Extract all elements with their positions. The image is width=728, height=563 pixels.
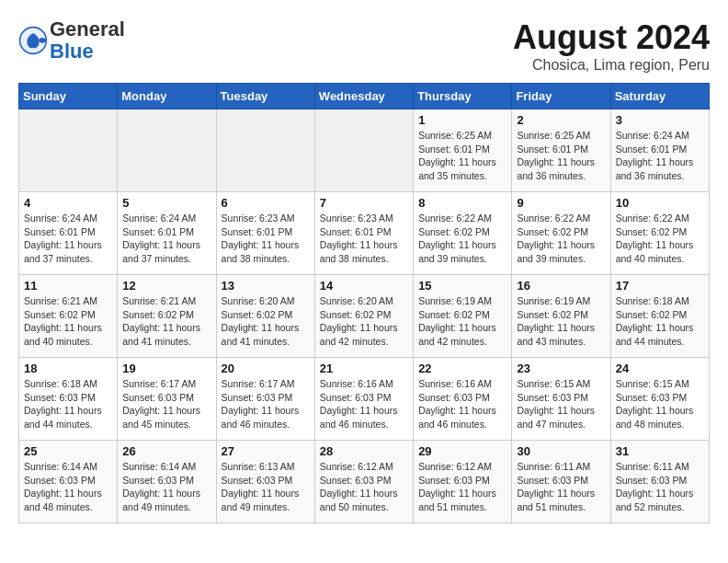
calendar-cell: 19Sunrise: 6:17 AMSunset: 6:03 PMDayligh… <box>118 358 216 441</box>
cell-info: Sunrise: 6:16 AMSunset: 6:03 PMDaylight:… <box>320 377 408 431</box>
day-number: 21 <box>320 362 408 375</box>
calendar-cell: 22Sunrise: 6:16 AMSunset: 6:03 PMDayligh… <box>414 358 512 441</box>
calendar-cell: 20Sunrise: 6:17 AMSunset: 6:03 PMDayligh… <box>216 358 314 441</box>
cell-info: Sunrise: 6:20 AMSunset: 6:02 PMDaylight:… <box>222 294 310 349</box>
calendar-cell: 27Sunrise: 6:13 AMSunset: 6:03 PMDayligh… <box>216 441 314 523</box>
cell-info: Sunrise: 6:22 AMSunset: 6:02 PMDaylight:… <box>616 212 704 266</box>
calendar-cell: 11Sunrise: 6:21 AMSunset: 6:02 PMDayligh… <box>19 275 118 358</box>
logo-blue: Blue <box>50 40 125 63</box>
calendar-cell: 23Sunrise: 6:15 AMSunset: 6:03 PMDayligh… <box>512 358 610 441</box>
cell-info: Sunrise: 6:18 AMSunset: 6:03 PMDaylight:… <box>24 377 112 431</box>
calendar-cell <box>216 109 314 192</box>
calendar-cell: 28Sunrise: 6:12 AMSunset: 6:03 PMDayligh… <box>314 441 413 523</box>
day-number: 26 <box>122 444 210 458</box>
cell-info: Sunrise: 6:23 AMSunset: 6:01 PMDaylight:… <box>222 212 310 266</box>
cell-info: Sunrise: 6:16 AMSunset: 6:03 PMDaylight:… <box>418 377 506 431</box>
cell-info: Sunrise: 6:17 AMSunset: 6:03 PMDaylight:… <box>122 377 210 431</box>
calendar-cell: 14Sunrise: 6:20 AMSunset: 6:02 PMDayligh… <box>314 275 413 358</box>
cell-info: Sunrise: 6:21 AMSunset: 6:02 PMDaylight:… <box>122 294 210 349</box>
calendar-cell: 26Sunrise: 6:14 AMSunset: 6:03 PMDayligh… <box>118 441 216 523</box>
calendar-cell: 2Sunrise: 6:25 AMSunset: 6:01 PMDaylight… <box>512 109 610 192</box>
weekday-header-sunday: Sunday <box>19 84 118 109</box>
calendar-cell: 6Sunrise: 6:23 AMSunset: 6:01 PMDaylight… <box>216 192 314 275</box>
day-number: 13 <box>222 279 310 293</box>
cell-info: Sunrise: 6:24 AMSunset: 6:01 PMDaylight:… <box>122 212 210 266</box>
calendar-body: 1Sunrise: 6:25 AMSunset: 6:01 PMDaylight… <box>19 109 710 523</box>
cell-info: Sunrise: 6:25 AMSunset: 6:01 PMDaylight:… <box>517 129 605 183</box>
weekday-header-saturday: Saturday <box>610 84 709 109</box>
day-number: 29 <box>418 444 506 458</box>
page-header: General Blue August 2024 Chosica, Lima r… <box>18 18 710 74</box>
calendar-week-1: 1Sunrise: 6:25 AMSunset: 6:01 PMDaylight… <box>19 109 710 192</box>
calendar-cell: 3Sunrise: 6:24 AMSunset: 6:01 PMDaylight… <box>610 109 709 192</box>
cell-info: Sunrise: 6:11 AMSunset: 6:03 PMDaylight:… <box>517 460 605 514</box>
cell-info: Sunrise: 6:14 AMSunset: 6:03 PMDaylight:… <box>122 460 210 514</box>
day-number: 12 <box>122 279 210 293</box>
day-number: 31 <box>616 444 704 458</box>
cell-info: Sunrise: 6:18 AMSunset: 6:02 PMDaylight:… <box>616 294 704 349</box>
day-number: 2 <box>517 113 605 127</box>
cell-info: Sunrise: 6:24 AMSunset: 6:01 PMDaylight:… <box>616 129 704 183</box>
weekday-header-friday: Friday <box>512 84 610 109</box>
calendar-cell: 21Sunrise: 6:16 AMSunset: 6:03 PMDayligh… <box>314 358 413 441</box>
calendar-cell: 31Sunrise: 6:11 AMSunset: 6:03 PMDayligh… <box>610 441 709 523</box>
day-number: 18 <box>24 362 112 375</box>
day-number: 6 <box>222 196 310 210</box>
calendar-cell <box>314 109 413 192</box>
cell-info: Sunrise: 6:14 AMSunset: 6:03 PMDaylight:… <box>24 460 112 514</box>
cell-info: Sunrise: 6:17 AMSunset: 6:03 PMDaylight:… <box>222 377 310 431</box>
day-number: 9 <box>517 196 605 210</box>
day-number: 22 <box>418 362 506 375</box>
title-area: August 2024 Chosica, Lima region, Peru <box>513 18 710 74</box>
day-number: 8 <box>418 196 506 210</box>
weekday-header-tuesday: Tuesday <box>216 84 314 109</box>
calendar-cell: 25Sunrise: 6:14 AMSunset: 6:03 PMDayligh… <box>19 441 118 523</box>
day-number: 5 <box>122 196 210 210</box>
calendar-cell: 8Sunrise: 6:22 AMSunset: 6:02 PMDaylight… <box>414 192 512 275</box>
calendar-table: SundayMondayTuesdayWednesdayThursdayFrid… <box>18 83 710 523</box>
cell-info: Sunrise: 6:24 AMSunset: 6:01 PMDaylight:… <box>24 212 112 266</box>
cell-info: Sunrise: 6:19 AMSunset: 6:02 PMDaylight:… <box>517 294 605 349</box>
calendar-week-2: 4Sunrise: 6:24 AMSunset: 6:01 PMDaylight… <box>19 192 710 275</box>
cell-info: Sunrise: 6:23 AMSunset: 6:01 PMDaylight:… <box>320 212 408 266</box>
calendar-cell: 18Sunrise: 6:18 AMSunset: 6:03 PMDayligh… <box>19 358 118 441</box>
calendar-cell: 12Sunrise: 6:21 AMSunset: 6:02 PMDayligh… <box>118 275 216 358</box>
day-number: 10 <box>616 196 704 210</box>
day-number: 30 <box>517 444 605 458</box>
calendar-cell: 15Sunrise: 6:19 AMSunset: 6:02 PMDayligh… <box>414 275 512 358</box>
day-number: 24 <box>616 362 704 375</box>
cell-info: Sunrise: 6:12 AMSunset: 6:03 PMDaylight:… <box>418 460 506 514</box>
calendar-week-5: 25Sunrise: 6:14 AMSunset: 6:03 PMDayligh… <box>19 441 710 523</box>
cell-info: Sunrise: 6:20 AMSunset: 6:02 PMDaylight:… <box>320 294 408 349</box>
day-number: 1 <box>418 113 506 127</box>
cell-info: Sunrise: 6:13 AMSunset: 6:03 PMDaylight:… <box>222 460 310 514</box>
calendar-header-row: SundayMondayTuesdayWednesdayThursdayFrid… <box>19 84 710 109</box>
calendar-week-4: 18Sunrise: 6:18 AMSunset: 6:03 PMDayligh… <box>19 358 710 441</box>
day-number: 7 <box>320 196 408 210</box>
cell-info: Sunrise: 6:21 AMSunset: 6:02 PMDaylight:… <box>24 294 112 349</box>
calendar-cell: 17Sunrise: 6:18 AMSunset: 6:02 PMDayligh… <box>610 275 709 358</box>
calendar-cell: 5Sunrise: 6:24 AMSunset: 6:01 PMDaylight… <box>118 192 216 275</box>
weekday-header-thursday: Thursday <box>414 84 512 109</box>
location: Chosica, Lima region, Peru <box>513 57 710 74</box>
day-number: 19 <box>122 362 210 375</box>
calendar-cell: 16Sunrise: 6:19 AMSunset: 6:02 PMDayligh… <box>512 275 610 358</box>
day-number: 16 <box>517 279 605 293</box>
calendar-cell <box>19 109 118 192</box>
weekday-header-monday: Monday <box>118 84 216 109</box>
day-number: 27 <box>222 444 310 458</box>
cell-info: Sunrise: 6:25 AMSunset: 6:01 PMDaylight:… <box>418 129 506 183</box>
cell-info: Sunrise: 6:19 AMSunset: 6:02 PMDaylight:… <box>418 294 506 349</box>
calendar-cell: 9Sunrise: 6:22 AMSunset: 6:02 PMDaylight… <box>512 192 610 275</box>
day-number: 3 <box>616 113 704 127</box>
cell-info: Sunrise: 6:12 AMSunset: 6:03 PMDaylight:… <box>320 460 408 514</box>
day-number: 28 <box>320 444 408 458</box>
day-number: 23 <box>517 362 605 375</box>
calendar-cell: 7Sunrise: 6:23 AMSunset: 6:01 PMDaylight… <box>314 192 413 275</box>
cell-info: Sunrise: 6:15 AMSunset: 6:03 PMDaylight:… <box>616 377 704 431</box>
calendar-cell: 1Sunrise: 6:25 AMSunset: 6:01 PMDaylight… <box>414 109 512 192</box>
day-number: 15 <box>418 279 506 293</box>
cell-info: Sunrise: 6:11 AMSunset: 6:03 PMDaylight:… <box>616 460 704 514</box>
cell-info: Sunrise: 6:22 AMSunset: 6:02 PMDaylight:… <box>418 212 506 266</box>
day-number: 20 <box>222 362 310 375</box>
